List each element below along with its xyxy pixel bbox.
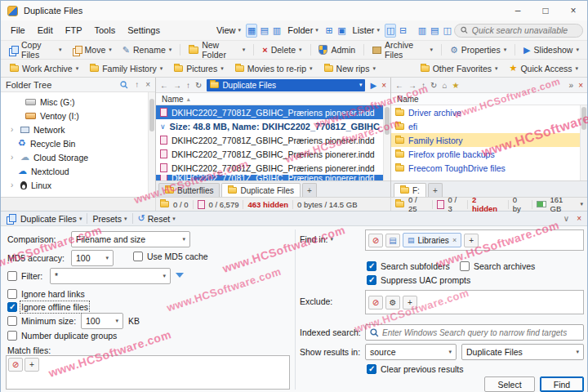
filter-funnel-icon[interactable] bbox=[176, 273, 184, 278]
collapse-panel-icon[interactable]: ∨ bbox=[564, 214, 569, 223]
minimize-button[interactable]: – bbox=[504, 1, 532, 20]
reset-menu[interactable]: ↺Reset▾ bbox=[138, 214, 176, 224]
number-duplicate-groups-checkbox[interactable]: Number duplicate groups bbox=[7, 331, 117, 341]
list-view-icon[interactable]: ▥ bbox=[271, 24, 283, 38]
chevron-down-icon[interactable]: ∨ bbox=[160, 122, 166, 131]
folder-grid-icon[interactable]: ⊞ bbox=[323, 24, 335, 38]
find-button[interactable]: Find bbox=[540, 376, 584, 392]
dual-vertical-icon[interactable]: ◫ bbox=[385, 24, 396, 38]
menu-tools[interactable]: Tools bbox=[88, 23, 121, 38]
remove-exclude-button[interactable]: ⊘ bbox=[368, 296, 383, 310]
panel-close-icon[interactable]: × bbox=[381, 81, 386, 90]
slideshow-button[interactable]: ▶Slideshow▾ bbox=[519, 43, 584, 56]
exclude-settings-button[interactable]: ⚙ bbox=[385, 296, 400, 310]
add-match-button[interactable]: + bbox=[24, 358, 39, 372]
use-md5-cache-checkbox[interactable]: Use MD5 cache bbox=[133, 252, 208, 261]
tree-item-ventoy-i[interactable]: Ventoy (I:) bbox=[1, 109, 155, 122]
scrollbar-thumb[interactable] bbox=[149, 99, 154, 131]
expand-chevron-icon[interactable]: › bbox=[11, 180, 16, 189]
folder-row[interactable]: Driver archive bbox=[391, 105, 587, 119]
folder-row-highlighted[interactable]: Family History bbox=[391, 133, 587, 147]
tree-item-nextcloud[interactable]: ☁Nextcloud bbox=[1, 164, 155, 178]
forward-icon[interactable]: → bbox=[173, 81, 181, 90]
show-results-source-select[interactable]: source▾ bbox=[365, 344, 457, 360]
quick-search-input[interactable] bbox=[472, 25, 577, 35]
rename-button[interactable]: ✎Rename▾ bbox=[118, 43, 176, 56]
play-icon[interactable]: ▶ bbox=[370, 81, 376, 90]
maximize-button[interactable]: □ bbox=[532, 1, 559, 20]
indexed-search-box[interactable] bbox=[365, 324, 584, 341]
more-icon[interactable]: » bbox=[569, 81, 574, 90]
chevron-down-icon[interactable]: ▾ bbox=[581, 201, 584, 207]
library-icon-button[interactable]: ▤ bbox=[385, 234, 400, 247]
refresh-icon[interactable]: ↻ bbox=[430, 81, 437, 90]
file-row[interactable]: DKIHC2202_77081Z_GBIHC_Præriens pionerer… bbox=[156, 161, 390, 175]
view-menu[interactable]: View ▾ bbox=[212, 23, 245, 38]
ignore-offline-files-checkbox[interactable]: Ignore offline files bbox=[7, 302, 88, 312]
admin-button[interactable]: Admin bbox=[314, 43, 360, 56]
tree-item-linux[interactable]: ›Linux bbox=[1, 178, 155, 192]
copy-files-button[interactable]: Copy Files▾ bbox=[4, 38, 67, 61]
tab-duplicate-files[interactable]: Duplicate Files bbox=[221, 183, 301, 197]
folder-box-icon[interactable]: ▣ bbox=[336, 24, 347, 38]
file-row[interactable]: DKIHC2202_77081Z_GBIHC_Præriens pionerer… bbox=[156, 147, 390, 161]
delete-button[interactable]: ×Delete▾ bbox=[257, 43, 306, 56]
favorite-pictures[interactable]: Pictures▾ bbox=[169, 62, 228, 75]
favorite-family-history[interactable]: Family History▾ bbox=[85, 62, 167, 75]
archive-files-button[interactable]: Archive Files▾ bbox=[368, 38, 438, 61]
exclude-box[interactable]: ⊘ ⚙ + bbox=[365, 290, 584, 314]
star-icon[interactable]: ★ bbox=[452, 81, 459, 90]
add-location-button[interactable]: + bbox=[464, 234, 479, 247]
expand-chevron-icon[interactable]: › bbox=[11, 125, 16, 134]
refresh-icon[interactable]: ↻ bbox=[195, 81, 202, 90]
add-exclude-button[interactable]: + bbox=[403, 296, 417, 310]
quick-search-box[interactable] bbox=[454, 24, 583, 38]
collapse-all-icon[interactable]: ↑ bbox=[135, 80, 139, 89]
panel-close-icon[interactable]: × bbox=[578, 81, 583, 90]
column-header-name[interactable]: Name bbox=[391, 93, 587, 105]
menu-ftp[interactable]: FTP bbox=[60, 23, 88, 38]
file-row[interactable]: DKIHC2202_77081Z_GBIHC_Præriens pionerer… bbox=[156, 133, 390, 147]
scrollbar-thumb[interactable] bbox=[581, 107, 586, 130]
layout-style2-icon[interactable]: ▤ bbox=[429, 24, 440, 38]
file-row-selected[interactable]: DKIHC2202_77081Z_GBIHC_Præriens pionerer… bbox=[156, 105, 390, 119]
tab-butterflies[interactable]: Butterflies bbox=[158, 183, 220, 197]
show-results-target-select[interactable]: Duplicate Files▾ bbox=[461, 344, 584, 360]
tree-item-recycle-bin[interactable]: ♻Recycle Bin bbox=[1, 136, 155, 150]
libraries-chip[interactable]: ▤ Libraries × bbox=[403, 233, 461, 247]
tree-item-cloud-storage[interactable]: ›☁Cloud Storage bbox=[1, 150, 155, 164]
suppress-uac-checkbox[interactable]: Suppress UAC prompts bbox=[367, 275, 470, 285]
column-header-name[interactable]: Name ▴ bbox=[156, 93, 390, 105]
file-row-selected-partial[interactable]: DKIHC2202_77081Z_GBIHC_Præriens pionerer… bbox=[156, 175, 390, 180]
folder-row[interactable]: efi bbox=[391, 119, 587, 133]
lister-menu[interactable]: Lister ▾ bbox=[349, 23, 384, 38]
remove-location-button[interactable]: ⊘ bbox=[368, 234, 383, 247]
search-archives-checkbox[interactable]: Search archives bbox=[460, 261, 535, 271]
expand-chevron-icon[interactable]: › bbox=[11, 153, 16, 162]
duplicate-group-header-row[interactable]: ∨Size: 48.8 MB, Name: DKIHC2202_77081Z_G… bbox=[156, 119, 390, 133]
dual-horizontal-icon[interactable]: ⊟ bbox=[397, 24, 408, 38]
source-scrollbar[interactable] bbox=[383, 105, 390, 180]
tree-item-network[interactable]: ›Network bbox=[1, 122, 155, 136]
menu-file[interactable]: File bbox=[5, 23, 31, 38]
new-folder-button[interactable]: New Folder▾ bbox=[184, 38, 250, 61]
layout-style1-icon[interactable]: ▥ bbox=[416, 24, 428, 38]
chevron-down-icon[interactable]: ▾ bbox=[359, 82, 363, 88]
filter-select[interactable]: *▾ bbox=[50, 268, 171, 284]
presets-menu[interactable]: Presets▾ bbox=[92, 214, 127, 224]
ignore-hard-links-checkbox[interactable]: Ignore hard links bbox=[7, 289, 85, 299]
layout-style3-icon[interactable]: ◫ bbox=[441, 24, 452, 38]
filter-checkbox[interactable]: Filter: bbox=[7, 271, 42, 281]
other-favorites-button[interactable]: Other Favorites▾ bbox=[416, 62, 503, 75]
close-panel-icon[interactable]: × bbox=[577, 214, 581, 223]
tree-scrollbar[interactable] bbox=[148, 92, 155, 197]
new-tab-button[interactable]: + bbox=[428, 183, 443, 197]
scrollbar-thumb[interactable] bbox=[385, 107, 390, 135]
minimum-size-checkbox[interactable]: Minimum size: bbox=[7, 316, 76, 326]
tree-close-icon[interactable]: × bbox=[145, 80, 150, 89]
up-icon[interactable]: ↑ bbox=[421, 81, 425, 90]
find-in-label[interactable]: Find in:▾ bbox=[300, 234, 333, 244]
match-files-box[interactable]: ⊘ + bbox=[6, 355, 290, 390]
search-subfolders-checkbox[interactable]: Search subfolders bbox=[367, 261, 450, 271]
home-icon[interactable]: ⌂ bbox=[442, 81, 447, 90]
